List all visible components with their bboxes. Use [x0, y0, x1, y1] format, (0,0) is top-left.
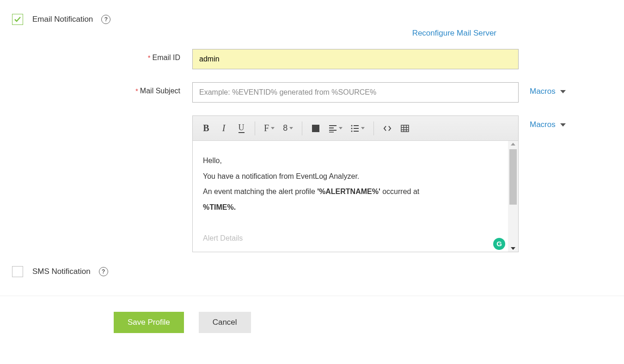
- macros-dropdown-subject[interactable]: Macros: [530, 87, 566, 96]
- chevron-down-icon: [339, 127, 343, 129]
- sms-notification-label: SMS Notification: [32, 267, 91, 276]
- scrollbar-thumb[interactable]: [509, 149, 517, 205]
- body-line-faded: Alert Details: [203, 231, 498, 246]
- mail-subject-label-col: *Mail Subject: [12, 82, 192, 95]
- svg-point-6: [351, 130, 353, 132]
- required-asterisk: *: [135, 87, 138, 95]
- italic-button[interactable]: I: [216, 121, 232, 136]
- email-notification-label: Email Notification: [32, 15, 93, 24]
- text-color-button[interactable]: [308, 121, 324, 136]
- font-family-button[interactable]: F: [261, 121, 278, 136]
- sms-notification-row: SMS Notification ?: [12, 266, 612, 277]
- mail-body-row: B I U F 8: [12, 115, 612, 252]
- chevron-down-icon: [289, 127, 293, 129]
- footer: Save Profile Cancel: [12, 296, 612, 333]
- email-id-input[interactable]: [192, 49, 519, 69]
- font-size-button[interactable]: 8: [280, 121, 296, 136]
- scroll-down-icon: [511, 247, 515, 250]
- help-icon[interactable]: ?: [99, 267, 108, 276]
- check-icon: [14, 16, 21, 23]
- editor-toolbar: B I U F 8: [193, 116, 518, 141]
- reconfigure-mail-server-link[interactable]: Reconfigure Mail Server: [412, 29, 496, 37]
- table-icon: [401, 124, 409, 133]
- email-id-label: Email ID: [153, 54, 180, 61]
- mail-subject-input[interactable]: [192, 82, 519, 103]
- list-button[interactable]: [348, 121, 368, 136]
- underline-icon: U: [239, 123, 245, 133]
- body-line: [203, 215, 498, 231]
- toolbar-separator: [255, 121, 255, 135]
- sms-notification-checkbox[interactable]: [12, 266, 23, 277]
- email-id-row: *Email ID: [12, 49, 612, 69]
- macros-dropdown-body[interactable]: Macros: [530, 120, 566, 129]
- list-icon: [351, 124, 359, 133]
- body-line: %TIME%.: [203, 200, 498, 215]
- body-line: You have a notification from EventLog An…: [203, 169, 498, 184]
- editor-scrollbar[interactable]: [508, 141, 518, 252]
- font-size-value: 8: [283, 123, 288, 133]
- chevron-down-icon: [560, 123, 566, 127]
- body-line: Hello,: [203, 153, 498, 169]
- align-icon: [329, 124, 337, 133]
- font-icon: F: [264, 123, 269, 133]
- svg-point-5: [351, 127, 353, 129]
- underline-button[interactable]: U: [233, 121, 249, 136]
- cancel-button[interactable]: Cancel: [199, 312, 251, 333]
- mail-subject-label: Mail Subject: [140, 87, 180, 95]
- grammarly-icon[interactable]: G: [493, 238, 505, 250]
- bold-icon: B: [203, 123, 209, 133]
- required-asterisk: *: [148, 54, 151, 61]
- macros-label: Macros: [530, 120, 556, 129]
- email-notification-checkbox[interactable]: [12, 14, 23, 25]
- toolbar-separator: [373, 121, 374, 135]
- macros-label: Macros: [530, 87, 556, 96]
- body-line: An event matching the alert profile '%AL…: [203, 184, 498, 200]
- chevron-down-icon: [560, 90, 566, 93]
- code-icon: [383, 124, 392, 133]
- svg-rect-10: [401, 125, 409, 132]
- mail-subject-row: *Mail Subject Macros: [12, 82, 612, 103]
- chevron-down-icon: [271, 127, 275, 129]
- chevron-down-icon: [361, 127, 365, 129]
- help-icon[interactable]: ?: [101, 15, 110, 24]
- editor-body[interactable]: Hello, You have a notification from Even…: [193, 141, 508, 252]
- color-swatch-icon: [312, 125, 319, 132]
- save-profile-button[interactable]: Save Profile: [114, 312, 184, 333]
- table-button[interactable]: [397, 121, 413, 136]
- svg-point-4: [351, 125, 353, 126]
- rich-text-editor: B I U F 8: [192, 115, 519, 252]
- align-button[interactable]: [325, 121, 346, 136]
- source-code-button[interactable]: [379, 121, 395, 136]
- bold-button[interactable]: B: [198, 121, 214, 136]
- italic-icon: I: [222, 123, 226, 133]
- reconfigure-row: Reconfigure Mail Server: [12, 29, 612, 38]
- email-id-label-col: *Email ID: [12, 49, 192, 62]
- email-notification-row: Email Notification ?: [12, 14, 612, 25]
- toolbar-separator: [302, 121, 302, 135]
- scroll-up-icon: [511, 143, 515, 146]
